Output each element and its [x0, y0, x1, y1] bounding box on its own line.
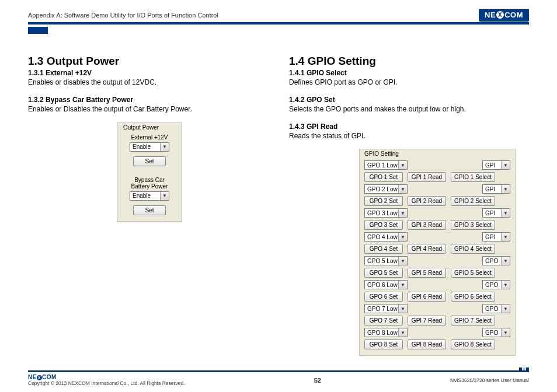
panel-gpio: GPIO Setting GPO 1 Low▼GPI▼GPO 1 SetGPI … [359, 149, 516, 356]
btn-gpio-select-6[interactable]: GPIO 6 Select [451, 292, 495, 302]
btn-gpi-read-2[interactable]: GPI 2 Read [408, 196, 446, 206]
select-gpo-4[interactable]: GPO 4 Low▼ [364, 232, 408, 242]
select-gpo-7[interactable]: GPO 7 Low▼ [364, 304, 408, 313]
heading-gpio-select: 1.4.1 GPIO Select [289, 69, 529, 77]
header-appendix: Appendix A: Software Demo Utility for I/… [28, 12, 218, 19]
select-gpio-mode-2[interactable]: GPI▼ [482, 184, 510, 194]
btn-gpo-set-1[interactable]: GPO 1 Set [364, 172, 403, 182]
chevron-down-icon: ▼ [160, 143, 169, 151]
label-external-12v: External +12V [123, 134, 176, 141]
btn-gpi-read-8[interactable]: GPI 8 Read [408, 340, 446, 349]
select-gpio-mode-5[interactable]: GPO▼ [482, 256, 510, 265]
desc-gpi-read: Reads the status of GPI. [289, 131, 529, 141]
btn-gpo-set-3[interactable]: GPO 3 Set [364, 220, 403, 230]
btn-gpi-read-7[interactable]: GPI 7 Read [408, 316, 446, 326]
chevron-down-icon: ▼ [501, 257, 510, 265]
select-bypass-value: Enable [133, 192, 151, 199]
select-gpo-6[interactable]: GPO 6 Low▼ [364, 280, 408, 289]
select-gpo-3[interactable]: GPO 3 Low▼ [364, 208, 408, 218]
header-rule [28, 22, 529, 24]
col-gpio: 1.4 GPIO Setting 1.4.1 GPIO Select Defin… [289, 55, 529, 356]
btn-gpio-select-5[interactable]: GPIO 5 Select [451, 268, 495, 278]
select-gpio-mode-7[interactable]: GPO▼ [482, 304, 510, 313]
chevron-down-icon: ▼ [501, 185, 510, 193]
select-gpio-mode-1[interactable]: GPI▼ [482, 160, 510, 170]
desc-external-12v: Enables or disables the output of 12VDC. [28, 78, 268, 88]
btn-gpo-set-5[interactable]: GPO 5 Set [364, 268, 403, 278]
label-bypass-1: Bypass Car [123, 177, 176, 183]
chevron-down-icon: ▼ [398, 233, 407, 241]
btn-gpo-set-7[interactable]: GPO 7 Set [364, 316, 403, 326]
chevron-down-icon: ▼ [398, 209, 407, 217]
logo-post: COM [504, 10, 523, 19]
footer-manual: NViS3620/3720 series User Manual [450, 377, 529, 383]
chevron-down-icon: ▼ [160, 192, 169, 200]
btn-gpio-select-1[interactable]: GPIO 1 Select [451, 172, 495, 182]
chevron-down-icon: ▼ [398, 161, 407, 169]
select-bypass[interactable]: Enable ▼ [130, 191, 169, 201]
heading-gpi-read: 1.4.3 GPI Read [289, 123, 529, 131]
select-gpio-mode-3[interactable]: GPI▼ [482, 208, 510, 218]
nexcom-logo: NE X COM [479, 9, 529, 22]
chevron-down-icon: ▼ [501, 161, 510, 169]
heading-gpio: 1.4 GPIO Setting [289, 55, 529, 68]
desc-gpio-select: Defines GPIO port as GPO or GPI. [289, 78, 529, 88]
footer-copyright: Copyright © 2013 NEXCOM International Co… [28, 380, 184, 386]
btn-gpi-read-4[interactable]: GPI 4 Read [408, 244, 446, 254]
chevron-down-icon: ▼ [398, 185, 407, 193]
panel-output-title: Output Power [123, 124, 176, 131]
btn-gpo-set-2[interactable]: GPO 2 Set [364, 196, 403, 206]
select-gpio-mode-6[interactable]: GPO▼ [482, 280, 510, 289]
select-gpo-2[interactable]: GPO 2 Low▼ [364, 184, 408, 194]
select-gpo-8[interactable]: GPO 8 Low▼ [364, 328, 408, 337]
select-external-12v[interactable]: Enable ▼ [130, 142, 169, 152]
desc-gpo-set: Selects the GPO ports and makes the outp… [289, 104, 529, 114]
chevron-down-icon: ▼ [398, 257, 407, 265]
logo-pre: NE [485, 10, 496, 19]
btn-gpio-select-3[interactable]: GPIO 3 Select [451, 220, 495, 230]
btn-gpio-select-2[interactable]: GPIO 2 Select [451, 196, 495, 206]
chevron-down-icon: ▼ [501, 304, 510, 313]
btn-gpi-read-3[interactable]: GPI 3 Read [408, 220, 446, 230]
select-gpo-1[interactable]: GPO 1 Low▼ [364, 160, 408, 170]
chevron-down-icon: ▼ [501, 281, 510, 289]
btn-gpio-select-8[interactable]: GPIO 8 Select [451, 340, 495, 349]
select-gpio-mode-4[interactable]: GPI▼ [482, 232, 510, 242]
btn-set-bypass[interactable]: Set [133, 205, 166, 215]
chevron-down-icon: ▼ [398, 281, 407, 289]
heading-external-12v: 1.3.1 External +12V [28, 69, 268, 77]
btn-gpo-set-6[interactable]: GPO 6 Set [364, 292, 403, 302]
chevron-down-icon: ▼ [501, 209, 510, 217]
btn-gpio-select-4[interactable]: GPIO 4 Select [451, 244, 495, 254]
footer-squares-icon [519, 368, 529, 370]
chevron-down-icon: ▼ [398, 304, 407, 313]
footer-logo: NEXCOM [28, 374, 57, 380]
btn-gpi-read-5[interactable]: GPI 5 Read [408, 268, 446, 278]
heading-bypass: 1.3.2 Bypass Car Battery Power [28, 96, 268, 104]
select-external-value: Enable [133, 144, 151, 150]
select-gpio-mode-8[interactable]: GPO▼ [482, 328, 510, 337]
footer-rule [28, 370, 529, 372]
btn-gpio-select-7[interactable]: GPIO 7 Select [451, 316, 495, 326]
btn-gpi-read-6[interactable]: GPI 6 Read [408, 292, 446, 302]
chevron-down-icon: ▼ [501, 233, 510, 241]
btn-gpo-set-4[interactable]: GPO 4 Set [364, 244, 403, 254]
desc-bypass: Enables or Disables the output of Car Ba… [28, 104, 268, 114]
btn-gpi-read-1[interactable]: GPI 1 Read [408, 172, 446, 182]
col-output-power: 1.3 Output Power 1.3.1 External +12V Ena… [28, 55, 268, 356]
panel-gpio-title: GPIO Setting [364, 150, 510, 157]
page-number: 52 [314, 377, 321, 384]
chevron-down-icon: ▼ [398, 328, 407, 337]
heading-output-power: 1.3 Output Power [28, 55, 268, 68]
btn-set-external[interactable]: Set [133, 156, 166, 166]
btn-gpo-set-8[interactable]: GPO 8 Set [364, 340, 403, 349]
chevron-down-icon: ▼ [501, 328, 510, 337]
logo-x-icon: X [496, 11, 504, 19]
label-bypass-2: Battery Power [123, 183, 176, 190]
panel-output-power: Output Power External +12V Enable ▼ Set … [117, 123, 182, 222]
select-gpo-5[interactable]: GPO 5 Low▼ [364, 256, 408, 265]
heading-gpo-set: 1.4.2 GPO Set [289, 96, 529, 104]
